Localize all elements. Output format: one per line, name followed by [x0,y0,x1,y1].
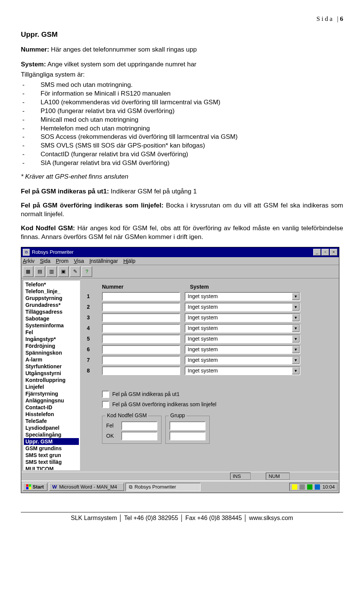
nummer-input[interactable] [102,324,180,333]
nummer-input[interactable] [102,292,180,301]
sidebar-item[interactable]: Anläggningsnu [24,397,79,404]
chevron-down-icon[interactable]: ▼ [292,367,300,374]
sidebar-item[interactable]: Specialingång [24,431,79,438]
checkbox-icon[interactable] [102,401,109,408]
form-row: 1Inget system▼ [87,292,334,301]
tray-icon-3[interactable] [307,484,312,490]
toolbar-btn-help[interactable]: ? [82,266,92,277]
nummer-input[interactable] [102,356,180,364]
maximize-button[interactable]: ▫ [322,249,329,256]
list-item: För information se Minicall i RS120 manu… [41,90,343,98]
row-number: 1 [87,293,102,299]
sidebar-item[interactable]: SMS text grun [24,452,79,459]
system-select[interactable]: Inget system▼ [185,303,300,311]
system-select[interactable]: Inget system▼ [185,313,300,322]
chevron-down-icon[interactable]: ▼ [292,346,300,353]
toolbar-btn-3[interactable]: ▥ [46,266,57,277]
start-button[interactable]: Start [23,483,47,491]
sidebar-item[interactable]: Fördröjning [24,342,79,349]
sidebar-item[interactable]: Tilläggsadress [24,308,79,315]
sidebar-item[interactable]: MULTICOM [24,465,79,470]
task-promwriter[interactable]: ⧉ Robsys Promwriter [126,483,201,491]
form-row: 4Inget system▼ [87,324,334,333]
menubar[interactable]: ArkivSidaPromVisaInställningarHjälp [21,257,339,265]
input-grupp-2[interactable] [169,432,206,440]
sidebar-item[interactable]: Hisstelefon [24,411,79,418]
sidebar-item[interactable]: A-larm [24,356,79,363]
sidebar-item[interactable]: Gruppstyrning [24,295,79,302]
sidebar-item[interactable]: Ingångstyp* [24,336,79,342]
fieldset-kod-nodfel: Kod Nodfel GSM Fel OK [102,416,162,444]
sidebar-item[interactable]: Grundadress* [24,302,79,308]
sidebar-item[interactable]: SMS text tilläg [24,459,79,465]
nummer-input[interactable] [102,345,180,354]
sidebar-item[interactable]: Uppr. GSM [24,438,79,445]
input-grupp-1[interactable] [169,421,206,430]
taskbar: Start W Microsoft Word - MAN_M4 ⧉ Robsys… [21,481,339,493]
chevron-down-icon[interactable]: ▼ [292,293,300,300]
sidebar-item[interactable]: Fjärrstyrning [24,390,79,397]
sidebar-item[interactable]: Systeminforma [24,322,79,329]
menu-item[interactable]: Prom [56,258,68,264]
input-ok[interactable] [121,432,157,440]
form-row: 3Inget system▼ [87,313,334,322]
tray-icon-2[interactable] [300,484,305,490]
gps-note: * Kräver att GPS-enhet finns ansluten [21,173,343,181]
kod-nodfel-para: Kod Nodfel GSM: Här anges kod för GSM fe… [21,224,343,242]
chevron-down-icon[interactable]: ▼ [292,314,300,321]
sidebar-item[interactable]: Telefon_linje_ [24,288,79,295]
input-fel[interactable] [121,421,157,430]
checkbox-fel-ut1[interactable]: Fel på GSM indikeras på ut1 [102,391,334,398]
sidebar-item[interactable]: Sabotage [24,315,79,322]
sidebar-list[interactable]: Telefon*Telefon_linje_GruppstyrningGrund… [23,280,80,470]
windows-logo-icon [26,484,31,489]
toolbar-btn-5[interactable]: ✎ [70,266,80,277]
nummer-input[interactable] [102,313,180,322]
checkbox-fel-linjefel[interactable]: Fel på GSM överföring indikeras som linj… [102,401,334,408]
sidebar-item[interactable]: TeleSafe [24,418,79,424]
sidebar-item[interactable]: Kontrolluppring [24,377,79,383]
chevron-down-icon[interactable]: ▼ [292,357,300,364]
system-select[interactable]: Inget system▼ [185,292,300,301]
toolbar-btn-2[interactable]: ▤ [35,266,45,277]
sidebar-item[interactable]: Lysdiodpanel [24,424,79,431]
system-select[interactable]: Inget system▼ [185,335,300,343]
checkbox-icon[interactable] [102,391,109,398]
row-number: 4 [87,325,102,331]
app-icon: ⧉ [23,249,30,256]
system-select[interactable]: Inget system▼ [185,324,300,333]
menu-item[interactable]: Arkiv [23,258,35,264]
sidebar-item[interactable]: Utgångsstyrni [24,370,79,377]
row-number: 7 [87,357,102,363]
menu-item[interactable]: Hjälp [123,258,135,264]
sidebar-item[interactable]: Contact-ID [24,404,79,411]
tray-icon-4[interactable] [315,484,320,490]
nummer-input[interactable] [102,366,180,375]
sidebar-item[interactable]: Linjefel [24,383,79,390]
system-select[interactable]: Inget system▼ [185,345,300,354]
sidebar-item[interactable]: Styrfunktioner [24,363,79,370]
chevron-down-icon[interactable]: ▼ [292,303,300,311]
sidebar-item[interactable]: GSM grundins [24,445,79,452]
system-select[interactable]: Inget system▼ [185,356,300,364]
close-button[interactable]: × [330,249,337,256]
nummer-input[interactable] [102,303,180,311]
status-num: NUM [266,473,290,480]
chevron-down-icon[interactable]: ▼ [292,335,300,342]
minimize-button[interactable]: _ [313,249,321,256]
menu-item[interactable]: Visa [74,258,84,264]
page-footer: SLK Larmsystem │ Tel +46 (0)8 382955 │ F… [21,512,343,522]
system-select[interactable]: Inget system▼ [185,366,300,375]
toolbar-btn-4[interactable]: ▣ [58,266,69,277]
toolbar-btn-1[interactable]: ▦ [23,266,33,277]
chevron-down-icon[interactable]: ▼ [292,325,300,332]
sidebar-item[interactable]: Fel [24,329,79,336]
sidebar-item[interactable]: Spänningskon [24,349,79,356]
tray-icon-1[interactable] [292,484,297,490]
menu-item[interactable]: Sida [40,258,50,264]
row-number: 2 [87,304,102,310]
task-word[interactable]: W Microsoft Word - MAN_M4 [49,483,124,491]
nummer-input[interactable] [102,335,180,343]
menu-item[interactable]: Inställningar [89,258,118,264]
sidebar-item[interactable]: Telefon* [24,281,79,288]
